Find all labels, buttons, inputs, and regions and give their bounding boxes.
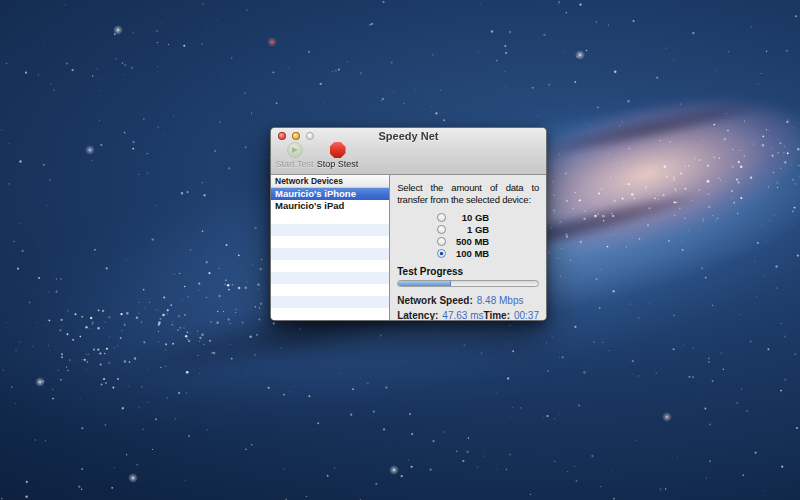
progress-label: Test Progress [397, 266, 539, 277]
radio-icon[interactable] [437, 213, 446, 222]
title-bar[interactable]: Speedy Net Start Test Stop Stest [271, 128, 546, 175]
device-list: Network Devices Mauricio's iPhone Mauric… [271, 175, 390, 320]
minimize-button[interactable] [292, 132, 300, 140]
instruction-text: Select the amount of data to transfer fr… [397, 182, 539, 206]
radio-option-1gb[interactable]: 1 GB [397, 223, 539, 235]
radio-option-500mb[interactable]: 500 MB [397, 235, 539, 247]
stats: Network Speed: 8.48 Mbps Latency: 47.63 … [397, 295, 539, 320]
radio-icon[interactable] [437, 225, 446, 234]
radio-option-100mb[interactable]: 100 MB [397, 248, 539, 260]
window-controls [278, 132, 314, 140]
time-label: Time: [483, 310, 510, 320]
start-test-button[interactable]: Start Test [273, 142, 316, 169]
toolbar: Start Test Stop Stest [273, 142, 359, 169]
latency-label: Latency: [397, 310, 438, 320]
radio-icon[interactable] [437, 237, 446, 246]
latency-value: 47.63 ms [442, 310, 483, 320]
empty-list-rows [271, 212, 389, 320]
data-amount-group: 10 GB 1 GB 500 MB 100 MB [397, 211, 539, 260]
radio-option-10gb[interactable]: 10 GB [397, 211, 539, 223]
progress-bar [397, 280, 539, 287]
time-value: 00:37 [514, 310, 539, 320]
device-row-iphone[interactable]: Mauricio's iPhone [271, 188, 389, 200]
progress-fill [398, 281, 451, 286]
desktop: Speedy Net Start Test Stop Stest Network… [0, 0, 800, 500]
stop-icon [330, 142, 346, 158]
play-icon [287, 142, 303, 158]
device-list-header: Network Devices [271, 175, 389, 188]
close-button[interactable] [278, 132, 286, 140]
device-row-ipad[interactable]: Mauricio's iPad [271, 200, 389, 212]
radio-icon[interactable] [437, 249, 446, 258]
window-content: Network Devices Mauricio's iPhone Mauric… [271, 175, 546, 320]
settings-panel: Select the amount of data to transfer fr… [390, 175, 546, 320]
zoom-button[interactable] [306, 132, 314, 140]
network-speed-value: 8.48 Mbps [477, 295, 524, 306]
stop-test-button[interactable]: Stop Stest [316, 142, 359, 169]
network-speed-label: Network Speed: [397, 295, 473, 306]
app-window: Speedy Net Start Test Stop Stest Network… [270, 127, 547, 321]
